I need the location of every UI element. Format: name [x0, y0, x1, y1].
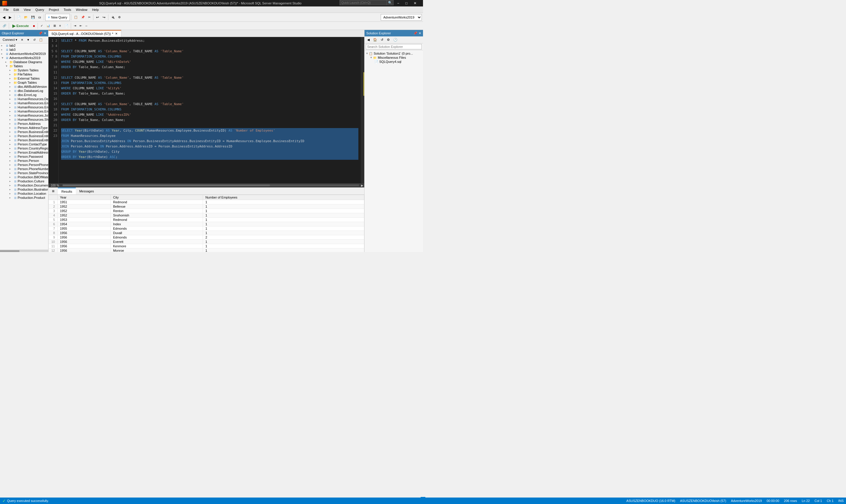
tree-item[interactable]: ▸🖥AdventureWorksDW2019	[0, 52, 48, 56]
tree-item[interactable]: ▸⊞Person.Address	[0, 122, 48, 126]
table-row[interactable]: 41952Snohomish1	[49, 213, 364, 218]
code-content[interactable]: SELECT * FROM Person.BusinessEntityAddre…	[59, 37, 361, 183]
indent-button[interactable]: ⇥	[72, 22, 77, 29]
scroll-track-h[interactable]	[62, 184, 359, 186]
tree-item[interactable]: ▸🖥lab2	[0, 43, 48, 48]
tree-item[interactable]: ▸📁Database Diagrams	[0, 60, 48, 64]
tree-item[interactable]: ▸⊞Production.BillOfMaterials	[0, 175, 48, 179]
tree-item[interactable]: ▸⊞Person.ContactType	[0, 142, 48, 146]
tree-item[interactable]: ▸⊞dbo.AWBuildVersion	[0, 85, 48, 89]
tree-item[interactable]: ▸⊞Production.Illustration	[0, 187, 48, 192]
connect-button[interactable]: 🔌	[110, 14, 116, 21]
cut-button[interactable]: ✂	[87, 14, 92, 21]
se-tree[interactable]: ▼📋Solution 'Solution1' (0 pro...▼📁Miscel…	[364, 50, 423, 252]
tree-item[interactable]: ▸⊞Production.Location	[0, 192, 48, 196]
se-back-button[interactable]: ◀	[366, 36, 371, 43]
table-row[interactable]: 21952Bellevue1	[49, 204, 364, 209]
maximize-button[interactable]: □	[404, 0, 412, 6]
se-tree-item[interactable]: ▼📁Miscellaneous Files	[364, 55, 423, 60]
code-editor[interactable]: 1 2 3 4 5 6 7 8 9 10 11 12 13 14 15 16 1…	[49, 37, 364, 183]
back-button[interactable]: ◀	[1, 14, 7, 21]
tree-item[interactable]: ▸⊞Person.BusinessEntity	[0, 130, 48, 134]
paste-button[interactable]: 📌	[79, 14, 86, 21]
editor-tab[interactable]: SQLQuery4.sql - A...OOKDUO\feish (57)) *…	[49, 30, 121, 37]
settings-button[interactable]: ⚙	[116, 14, 122, 21]
scroll-right-button[interactable]: ▶	[360, 183, 364, 187]
se-clock-button[interactable]: 🕐	[392, 36, 399, 43]
tree-item[interactable]: ▸⊞Person.BusinessEntityAddress	[0, 134, 48, 138]
menu-edit[interactable]: Edit	[11, 7, 21, 12]
menu-help[interactable]: Help	[90, 7, 101, 12]
forward-button[interactable]: ▶	[7, 14, 13, 21]
table-row[interactable]: 121956Monroe1	[49, 249, 364, 252]
tree-item[interactable]: ▸⊞Production.Culture	[0, 179, 48, 183]
new-query-button[interactable]: + New Query	[45, 14, 70, 21]
se-close-icon[interactable]: ✕	[419, 32, 421, 35]
tree-item[interactable]: ▸⊞Production.Product	[0, 196, 48, 200]
menu-project[interactable]: Project	[47, 7, 61, 12]
object-explorer-tree[interactable]: ▸🖥lab2▸🖥lab3▸🖥AdventureWorksDW2019▼🖥Adve…	[0, 43, 48, 250]
tree-item[interactable]: ▸📁System Tables	[0, 68, 48, 72]
tree-item[interactable]: ▸⊞Production.Document	[0, 183, 48, 187]
disconnect-oe-button[interactable]: ✕	[19, 36, 25, 43]
copy-button[interactable]: 📋	[73, 14, 79, 21]
menu-window[interactable]: Window	[73, 7, 90, 12]
menu-tools[interactable]: Tools	[61, 7, 74, 12]
table-row[interactable]: 51953Redmond1	[49, 218, 364, 222]
tree-item[interactable]: ▸🖥lab3	[0, 48, 48, 52]
connect-oe-button[interactable]: Connect ▾	[1, 36, 19, 43]
tree-item[interactable]: ▸⊞Person.AddressType	[0, 126, 48, 130]
tree-item[interactable]: ▸⊞HumanResources.Department	[0, 97, 48, 101]
text-button[interactable]: ≡	[58, 22, 62, 29]
se-pin-icon[interactable]: 📌	[413, 32, 417, 35]
undo-button[interactable]: ↩	[95, 14, 101, 21]
tree-item[interactable]: ▸⊞HumanResources.Employee	[0, 101, 48, 105]
table-row[interactable]: 31952Renton1	[49, 209, 364, 213]
tab-messages[interactable]: Messages	[76, 188, 97, 194]
tree-item[interactable]: ▸📁External Tables	[0, 76, 48, 80]
redo-button[interactable]: ↪	[101, 14, 107, 21]
results-button[interactable]: 📊	[45, 22, 51, 29]
outdent-button[interactable]: ⇤	[78, 22, 84, 29]
open-button[interactable]: 📂	[23, 14, 29, 21]
table-row[interactable]: 11951Redmond1	[49, 200, 364, 204]
tree-scrollbar[interactable]	[0, 250, 48, 252]
table-row[interactable]: 71955Edmonds1	[49, 227, 364, 231]
tree-item[interactable]: ▸⊞HumanResources.EmployeeDepartmentHisto…	[0, 105, 48, 109]
se-refresh-button[interactable]: ↺	[379, 36, 385, 43]
database-selector[interactable]: AdventureWorks2019	[381, 14, 422, 21]
tree-item[interactable]: ▸⊞dbo.ErrorLog	[0, 93, 48, 97]
save-all-button[interactable]: 🗂	[37, 14, 42, 21]
tree-item[interactable]: ▸⊞Person.BusinessEntityContact	[0, 138, 48, 142]
file-button[interactable]: 📄	[63, 22, 70, 29]
table-row[interactable]: 91956Edmonds2	[49, 235, 364, 240]
tree-item[interactable]: ▼📁Tables	[0, 64, 48, 68]
menu-view[interactable]: View	[21, 7, 33, 12]
se-tree-item[interactable]: 📄SQLQuery4.sql	[364, 60, 423, 64]
table-row[interactable]: 61954Index1	[49, 222, 364, 227]
close-button[interactable]: ✕	[412, 0, 421, 6]
tab-results[interactable]: Results	[58, 188, 76, 194]
connect2-button[interactable]: 🔗	[1, 22, 7, 29]
se-options-button[interactable]: ⚙	[385, 36, 391, 43]
tree-item[interactable]: ▸⊞Person.PhoneNumberType	[0, 167, 48, 171]
stop-button[interactable]: ■	[32, 22, 36, 29]
horizontal-scrollbar[interactable]: 100 % ▶	[49, 183, 364, 187]
tree-item[interactable]: ▸⊞Person.CountryRegion	[0, 146, 48, 150]
minimize-button[interactable]: −	[396, 0, 404, 6]
save-button[interactable]: 💾	[30, 14, 36, 21]
pin-icon[interactable]: 📌	[38, 32, 42, 35]
tree-item[interactable]: ▸⊞Person.Password	[0, 155, 48, 159]
table-row[interactable]: 101956Everett1	[49, 240, 364, 244]
new-file-button[interactable]: 📄	[16, 14, 22, 21]
summary-oe-button[interactable]: 📋	[38, 36, 44, 43]
se-search-input[interactable]	[366, 44, 422, 49]
table-row[interactable]: 81956Duvall1	[49, 231, 364, 235]
tab-close-button[interactable]: ✕	[114, 32, 118, 35]
tree-item[interactable]: ▸⊞HumanResources.Shift	[0, 118, 48, 122]
tree-item[interactable]: ▸⊞Person.PersonPhone	[0, 163, 48, 167]
tree-item[interactable]: ▸📁FileTables	[0, 72, 48, 76]
execute-button[interactable]: ▶ Execute	[10, 22, 31, 29]
parse-button[interactable]: ✓	[39, 22, 44, 29]
refresh-oe-button[interactable]: ↺	[32, 36, 37, 43]
